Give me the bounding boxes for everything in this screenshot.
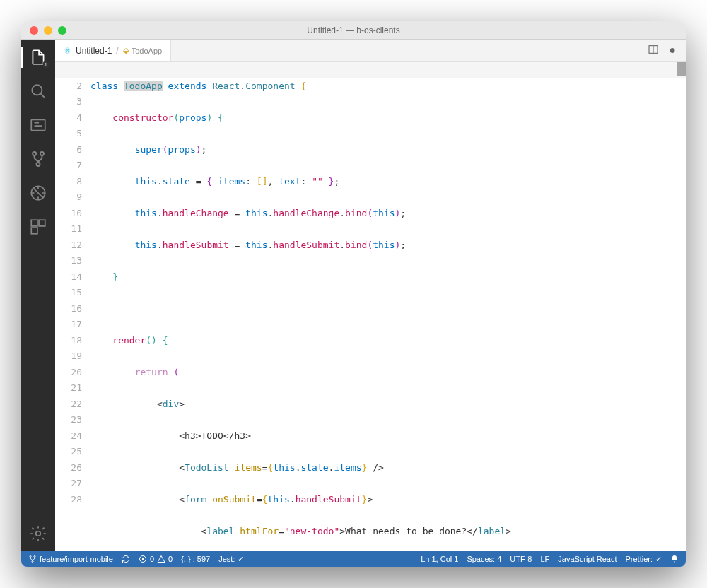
source-control-icon[interactable] — [29, 150, 47, 168]
explorer-badge: 1 — [43, 61, 49, 68]
status-encoding[interactable]: UTF-8 — [510, 555, 532, 563]
window-controls — [21, 26, 66, 35]
titlebar: Untitled-1 — b-os-clients — [21, 21, 686, 40]
status-errors[interactable]: 0 0 — [139, 555, 173, 563]
close-window-button[interactable] — [30, 26, 38, 35]
explorer-icon[interactable]: 1 — [29, 48, 47, 66]
svg-point-4 — [37, 163, 40, 166]
tab-untitled-1[interactable]: ⚛ Untitled-1 / ⬙ TodoApp — [55, 40, 171, 61]
status-bell-icon[interactable] — [670, 555, 679, 563]
svg-point-9 — [36, 531, 41, 536]
minimize-window-button[interactable] — [44, 26, 52, 35]
svg-rect-6 — [31, 220, 37, 226]
svg-point-0 — [32, 85, 42, 95]
status-branch[interactable]: feature/import-mobile — [28, 555, 113, 563]
status-language[interactable]: JavaScript React — [558, 555, 617, 563]
svg-point-12 — [34, 556, 35, 558]
status-eol[interactable]: LF — [540, 555, 549, 563]
breadcrumb-separator: / — [116, 46, 118, 56]
status-bar: feature/import-mobile 0 0 {..} : 597 Jes… — [21, 551, 686, 567]
breadcrumb[interactable]: ⬙ TodoApp — [123, 46, 162, 55]
sidebar-extension-icon[interactable] — [29, 116, 47, 134]
vscode-window: Untitled-1 — b-os-clients 1 — [21, 21, 686, 567]
status-indentation[interactable]: Spaces: 4 — [467, 555, 501, 563]
status-bracket-count[interactable]: {..} : 597 — [181, 555, 210, 563]
activity-bar: 1 — [21, 40, 55, 551]
svg-rect-1 — [31, 119, 45, 130]
maximize-window-button[interactable] — [58, 26, 66, 35]
window-body: 1 ⚛ — [21, 40, 686, 551]
svg-point-13 — [32, 561, 33, 563]
editor-group: ⚛ Untitled-1 / ⬙ TodoApp ● 1234567 — [55, 40, 686, 551]
svg-point-11 — [30, 556, 31, 558]
search-icon[interactable] — [29, 82, 47, 100]
svg-point-3 — [40, 152, 44, 155]
tab-bar: ⚛ Untitled-1 / ⬙ TodoApp ● — [55, 40, 686, 62]
status-prettier[interactable]: Prettier: ✓ — [625, 555, 662, 564]
svg-rect-7 — [39, 220, 45, 226]
status-jest[interactable]: Jest: ✓ — [218, 555, 244, 564]
window-title: Untitled-1 — b-os-clients — [307, 25, 399, 35]
code-editor[interactable]: 1234567891011121314151617181920212223242… — [55, 62, 686, 551]
method-icon: ⬙ — [123, 46, 129, 55]
svg-point-2 — [33, 152, 36, 155]
tab-label: Untitled-1 — [76, 46, 112, 56]
split-editor-icon[interactable] — [648, 44, 659, 58]
svg-rect-8 — [31, 228, 37, 234]
debug-icon[interactable] — [29, 184, 47, 202]
react-file-icon: ⚛ — [64, 46, 71, 56]
tab-dirty-indicator: ● — [669, 44, 676, 58]
line-numbers-gutter: 1234567891011121314151617181920212223242… — [55, 62, 90, 551]
settings-gear-icon[interactable] — [29, 524, 47, 543]
code-content[interactable]: class TodoApp extends React.Component { … — [90, 62, 686, 551]
status-cursor-position[interactable]: Ln 1, Col 1 — [421, 555, 458, 563]
status-sync-icon[interactable] — [122, 555, 130, 563]
extensions-icon[interactable] — [29, 218, 47, 236]
